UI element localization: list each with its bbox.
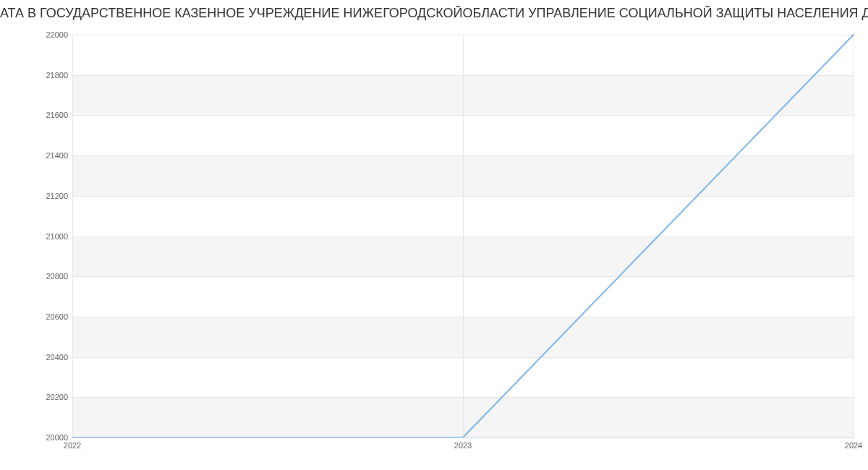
y-tick-label: 20600 <box>25 312 68 321</box>
y-tick-label: 20800 <box>25 272 68 281</box>
plot-area <box>72 35 854 437</box>
y-tick-label: 20200 <box>25 393 68 401</box>
x-tick-label: 2022 <box>64 441 81 450</box>
chart-title: АТА В ГОСУДАРСТВЕННОЕ КАЗЕННОЕ УЧРЕЖДЕНИ… <box>0 6 868 21</box>
y-tick-label: 20000 <box>25 433 68 442</box>
y-tick-label: 21600 <box>25 111 68 119</box>
y-tick-label: 21000 <box>25 232 68 241</box>
x-tick-label: 2023 <box>454 441 472 450</box>
x-tick-label: 2024 <box>845 441 862 450</box>
line-chart: АТА В ГОСУДАРСТВЕННОЕ КАЗЕННОЕ УЧРЕЖДЕНИ… <box>0 0 868 470</box>
series-layer <box>72 35 854 437</box>
x-gridline <box>854 35 854 437</box>
y-tick-label: 21200 <box>25 192 68 200</box>
series-1-line <box>72 35 854 437</box>
y-tick-label: 22000 <box>25 30 68 39</box>
x-axis-line <box>72 437 854 438</box>
y-tick-label: 21800 <box>25 71 68 80</box>
y-tick-label: 21400 <box>25 151 68 160</box>
y-tick-label: 20400 <box>25 353 68 362</box>
